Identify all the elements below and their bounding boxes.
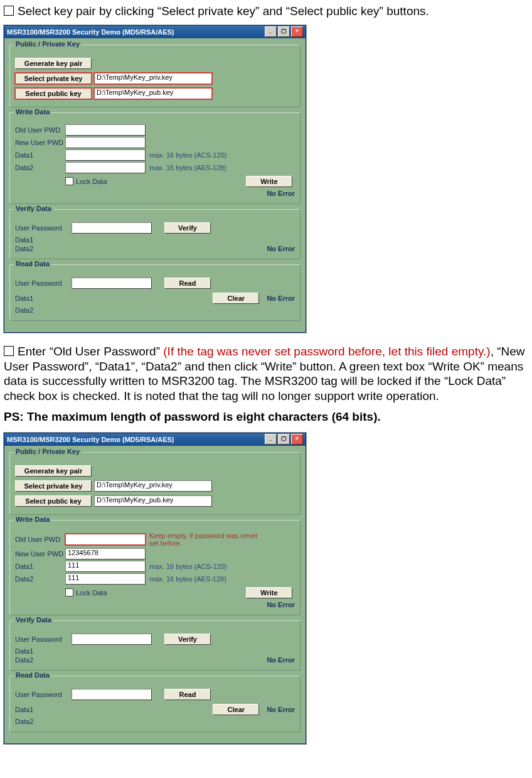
data1-input[interactable] — [65, 149, 146, 161]
titlebar: MSR3100/MSR3200 Security Demo (MD5/RSA/A… — [4, 433, 306, 446]
group-write: Write Data Old User PWDKeep empty, if pa… — [9, 520, 301, 615]
public-key-path[interactable]: D:\Temp\MyKey_pub.key — [94, 88, 212, 99]
group-verify: Verify Data User PasswordVerify Data1 Da… — [9, 620, 301, 671]
write-button[interactable]: Write — [246, 587, 292, 598]
select-private-key-button[interactable]: Select private key — [15, 73, 92, 84]
verify-status: No Error — [262, 245, 295, 252]
step-2-red: (If the tag was never set password befor… — [163, 345, 490, 358]
data2-input[interactable] — [65, 162, 146, 173]
select-public-key-button[interactable]: Select public key — [15, 88, 92, 99]
group-verify-label: Verify Data — [14, 205, 53, 212]
group-keys: Public / Private Key Generate key pair S… — [9, 45, 301, 107]
read-data2-label: Data2 — [15, 306, 65, 314]
verify-pwd-label: User Password — [15, 635, 72, 643]
step-2-text: Enter “Old User Password” (If the tag wa… — [4, 344, 528, 404]
read-pwd-input[interactable] — [72, 278, 152, 289]
group-verify-label: Verify Data — [14, 616, 53, 624]
dialog-screenshot-1: MSR3100/MSR3200 Security Demo (MD5/RSA/A… — [4, 25, 306, 333]
titlebar: MSR3100/MSR3200 Security Demo (MD5/RSA/A… — [4, 26, 306, 38]
group-keys: Public / Private Key Generate key pair S… — [9, 452, 301, 515]
private-key-path[interactable]: D:\Temp\MyKey_priv.key — [94, 73, 212, 84]
lock-data-checkbox[interactable] — [65, 177, 73, 185]
group-read: Read Data User PasswordRead Data1ClearNo… — [9, 264, 301, 321]
old-pwd-label: Old User PWD — [15, 126, 65, 134]
public-key-path[interactable]: D:\Temp\MyKey_pub.key — [94, 495, 212, 507]
select-public-key-button[interactable]: Select public key — [15, 495, 92, 507]
clear-button[interactable]: Clear — [213, 293, 259, 304]
old-pwd-label: Old User PWD — [15, 536, 65, 543]
verify-data1-label: Data1 — [15, 647, 65, 655]
write-button[interactable]: Write — [246, 176, 292, 187]
read-button[interactable]: Read — [164, 689, 211, 700]
bullet-box-icon — [4, 346, 14, 356]
keep-empty-hint: Keep empty, if password was never set be… — [149, 532, 269, 547]
read-data1-label: Data1 — [15, 294, 65, 302]
old-pwd-input[interactable] — [65, 124, 146, 136]
group-write: Write Data Old User PWD New User PWD Dat… — [9, 112, 301, 204]
data1-hint: max. 16 bytes (ACS-120) — [149, 151, 227, 159]
window-title: MSR3100/MSR3200 Security Demo (MD5/RSA/A… — [7, 436, 174, 443]
read-data1-label: Data1 — [15, 706, 65, 713]
lock-data-checkbox[interactable] — [65, 588, 73, 597]
group-write-label: Write Data — [14, 516, 51, 523]
verify-button[interactable]: Verify — [164, 634, 211, 645]
clear-button[interactable]: Clear — [213, 704, 259, 715]
group-keys-label: Public / Private Key — [14, 448, 82, 455]
read-button[interactable]: Read — [164, 278, 211, 289]
group-read: Read Data User PasswordRead Data1ClearNo… — [9, 676, 301, 732]
maximize-icon[interactable]: ▢ — [278, 26, 290, 37]
generate-key-button[interactable]: Generate key pair — [15, 58, 92, 69]
group-read-label: Read Data — [14, 260, 51, 267]
new-pwd-input[interactable]: 12345678 — [65, 548, 146, 559]
maximize-icon[interactable]: ▢ — [278, 434, 290, 445]
dialog-screenshot-2: MSR3100/MSR3200 Security Demo (MD5/RSA/A… — [4, 433, 306, 744]
bullet-box-icon — [4, 6, 14, 16]
new-pwd-input[interactable] — [65, 137, 146, 148]
generate-key-button[interactable]: Generate key pair — [15, 465, 92, 477]
read-pwd-label: User Password — [15, 691, 72, 698]
write-status: No Error — [262, 190, 295, 197]
verify-button[interactable]: Verify — [164, 222, 211, 234]
data1-hint: max. 16 bytes (ACS-120) — [149, 563, 227, 570]
lock-data-label: Lock Data — [76, 589, 107, 597]
data2-input[interactable]: 111 — [65, 573, 146, 585]
write-status: No Error — [262, 601, 295, 608]
verify-status: No Error — [262, 656, 295, 664]
read-status: No Error — [262, 294, 295, 302]
group-read-label: Read Data — [14, 671, 51, 679]
data2-label: Data2 — [15, 575, 65, 583]
close-icon[interactable]: × — [291, 26, 303, 37]
data2-hint: max. 16 bytes (AES-128) — [149, 164, 226, 171]
group-keys-label: Public / Private Key — [14, 40, 82, 48]
new-pwd-label: New User PWD — [15, 550, 65, 558]
select-private-key-button[interactable]: Select private key — [15, 480, 92, 492]
verify-pwd-label: User Password — [15, 224, 72, 232]
verify-pwd-input[interactable] — [72, 634, 152, 645]
ps-note: PS: The maximum length of password is ei… — [4, 410, 528, 424]
close-icon[interactable]: × — [291, 434, 303, 445]
read-pwd-label: User Password — [15, 279, 72, 287]
private-key-path[interactable]: D:\Temp\MyKey_priv.key — [94, 480, 212, 492]
read-pwd-input[interactable] — [72, 689, 152, 700]
data1-label: Data1 — [15, 151, 65, 159]
verify-data2-label: Data2 — [15, 656, 65, 664]
read-status: No Error — [262, 706, 295, 713]
data2-hint: max. 16 bytes (AES-128) — [149, 575, 226, 583]
group-write-label: Write Data — [14, 108, 51, 116]
data1-input[interactable]: 111 — [65, 561, 146, 572]
new-pwd-label: New User PWD — [15, 139, 65, 146]
group-verify: Verify Data User PasswordVerify Data1 Da… — [9, 209, 301, 259]
data1-label: Data1 — [15, 563, 65, 570]
verify-data1-label: Data1 — [15, 236, 65, 244]
step-1-text: Select key pair by clicking “Select priv… — [4, 4, 528, 19]
data2-label: Data2 — [15, 164, 65, 171]
read-data2-label: Data2 — [15, 718, 65, 725]
verify-data2-label: Data2 — [15, 245, 65, 252]
minimize-icon[interactable]: _ — [265, 434, 277, 445]
old-pwd-input[interactable] — [65, 534, 146, 545]
minimize-icon[interactable]: _ — [265, 26, 277, 37]
verify-pwd-input[interactable] — [72, 222, 152, 234]
lock-data-label: Lock Data — [76, 178, 107, 185]
step-2-a: Enter “Old User Password” — [18, 345, 163, 358]
window-title: MSR3100/MSR3200 Security Demo (MD5/RSA/A… — [7, 28, 174, 36]
